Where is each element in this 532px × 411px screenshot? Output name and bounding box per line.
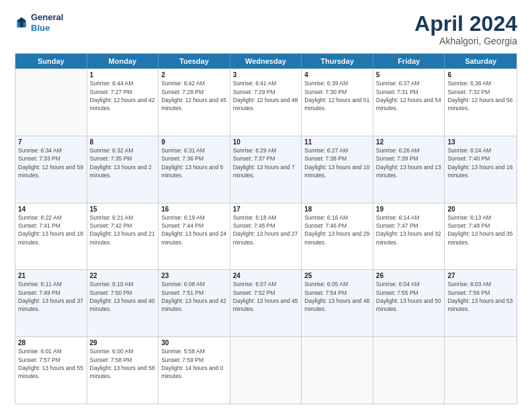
logo-text: General Blue [31, 12, 63, 33]
calendar-cell: 18Sunrise: 6:16 AMSunset: 7:46 PMDayligh… [302, 203, 373, 270]
day-number: 1 [90, 71, 156, 79]
calendar-cell: 10Sunrise: 6:29 AMSunset: 7:37 PMDayligh… [230, 136, 302, 203]
calendar-cell: 24Sunrise: 6:07 AMSunset: 7:52 PMDayligh… [230, 270, 302, 336]
calendar-cell: 16Sunrise: 6:19 AMSunset: 7:44 PMDayligh… [159, 203, 230, 270]
day-info: Sunrise: 6:10 AMSunset: 7:50 PMDaylight:… [90, 280, 156, 313]
day-info: Sunrise: 6:32 AMSunset: 7:35 PMDaylight:… [90, 146, 156, 179]
calendar-row: 21Sunrise: 6:11 AMSunset: 7:49 PMDayligh… [15, 269, 517, 336]
calendar-cell: 6Sunrise: 6:36 AMSunset: 7:32 PMDaylight… [445, 69, 517, 136]
weekday-header: Tuesday [159, 54, 230, 68]
day-info: Sunrise: 6:24 AMSunset: 7:40 PMDaylight:… [447, 146, 514, 179]
calendar-cell: 19Sunrise: 6:14 AMSunset: 7:47 PMDayligh… [373, 203, 445, 270]
calendar-body: 1Sunrise: 6:44 AMSunset: 7:27 PMDaylight… [15, 68, 517, 404]
day-info: Sunrise: 6:07 AMSunset: 7:52 PMDaylight:… [233, 280, 299, 313]
calendar-cell: 15Sunrise: 6:21 AMSunset: 7:42 PMDayligh… [87, 203, 159, 270]
calendar-cell: 25Sunrise: 6:05 AMSunset: 7:54 PMDayligh… [302, 270, 373, 336]
day-number: 12 [376, 138, 442, 146]
day-info: Sunrise: 6:04 AMSunset: 7:55 PMDaylight:… [376, 280, 442, 313]
day-number: 20 [447, 205, 514, 213]
day-info: Sunrise: 6:29 AMSunset: 7:37 PMDaylight:… [233, 146, 299, 179]
day-info: Sunrise: 6:19 AMSunset: 7:44 PMDaylight:… [161, 214, 227, 246]
day-number: 8 [90, 138, 156, 146]
day-number: 4 [304, 71, 370, 79]
calendar-row: 14Sunrise: 6:22 AMSunset: 7:41 PMDayligh… [15, 203, 517, 270]
weekday-header: Friday [373, 54, 445, 68]
day-number: 22 [90, 272, 156, 279]
day-info: Sunrise: 6:00 AMSunset: 7:58 PMDaylight:… [90, 347, 156, 380]
day-number: 15 [90, 205, 156, 213]
calendar-cell: 28Sunrise: 6:01 AMSunset: 7:57 PMDayligh… [15, 337, 87, 404]
day-number: 7 [18, 138, 84, 146]
day-number: 24 [233, 272, 299, 279]
calendar-header: SundayMondayTuesdayWednesdayThursdayFrid… [15, 54, 517, 68]
calendar-cell: 8Sunrise: 6:32 AMSunset: 7:35 PMDaylight… [87, 136, 159, 203]
day-number: 9 [161, 138, 227, 146]
calendar-cell: 13Sunrise: 6:24 AMSunset: 7:40 PMDayligh… [445, 136, 517, 203]
calendar: SundayMondayTuesdayWednesdayThursdayFrid… [15, 53, 517, 404]
day-info: Sunrise: 6:16 AMSunset: 7:46 PMDaylight:… [304, 214, 370, 246]
day-info: Sunrise: 6:31 AMSunset: 7:36 PMDaylight:… [161, 146, 227, 179]
logo-icon [15, 16, 28, 30]
day-number: 23 [161, 272, 227, 279]
day-number: 18 [304, 205, 370, 213]
calendar-cell [302, 337, 373, 404]
day-info: Sunrise: 6:03 AMSunset: 7:56 PMDaylight:… [447, 280, 514, 313]
logo-blue: Blue [31, 23, 63, 34]
weekday-header: Wednesday [230, 54, 302, 68]
day-number: 26 [376, 272, 442, 279]
day-number: 25 [304, 272, 370, 279]
calendar-cell: 30Sunrise: 5:58 AMSunset: 7:59 PMDayligh… [159, 337, 230, 404]
calendar-cell: 1Sunrise: 6:44 AMSunset: 7:27 PMDaylight… [87, 69, 159, 136]
day-info: Sunrise: 6:14 AMSunset: 7:47 PMDaylight:… [376, 214, 442, 246]
day-number: 3 [233, 71, 299, 79]
day-number: 16 [161, 205, 227, 213]
day-info: Sunrise: 6:36 AMSunset: 7:32 PMDaylight:… [447, 79, 514, 112]
day-number: 17 [233, 205, 299, 213]
calendar-cell [15, 69, 87, 136]
page: General Blue April 2024 Akhalgori, Georg… [0, 0, 532, 411]
day-info: Sunrise: 6:18 AMSunset: 7:45 PMDaylight:… [233, 214, 299, 246]
day-info: Sunrise: 6:27 AMSunset: 7:38 PMDaylight:… [304, 146, 370, 179]
weekday-header: Sunday [15, 54, 87, 68]
day-info: Sunrise: 6:08 AMSunset: 7:51 PMDaylight:… [161, 280, 227, 313]
calendar-cell [445, 337, 517, 404]
calendar-cell: 27Sunrise: 6:03 AMSunset: 7:56 PMDayligh… [445, 270, 517, 336]
weekday-header: Saturday [445, 54, 517, 68]
day-info: Sunrise: 6:05 AMSunset: 7:54 PMDaylight:… [304, 280, 370, 313]
calendar-title: April 2024 [414, 12, 517, 36]
weekday-header: Monday [87, 54, 159, 68]
day-info: Sunrise: 6:37 AMSunset: 7:31 PMDaylight:… [376, 79, 442, 112]
day-number: 6 [447, 71, 514, 79]
day-info: Sunrise: 6:42 AMSunset: 7:28 PMDaylight:… [161, 79, 227, 112]
day-info: Sunrise: 6:01 AMSunset: 7:57 PMDaylight:… [18, 347, 84, 380]
calendar-cell: 3Sunrise: 6:41 AMSunset: 7:29 PMDaylight… [230, 69, 302, 136]
day-info: Sunrise: 6:39 AMSunset: 7:30 PMDaylight:… [304, 79, 370, 112]
calendar-row: 28Sunrise: 6:01 AMSunset: 7:57 PMDayligh… [15, 336, 517, 404]
day-number: 14 [18, 205, 84, 213]
day-number: 11 [304, 138, 370, 146]
title-block: April 2024 Akhalgori, Georgia [414, 12, 517, 46]
calendar-cell: 26Sunrise: 6:04 AMSunset: 7:55 PMDayligh… [373, 270, 445, 336]
day-number: 28 [18, 339, 84, 347]
calendar-cell: 9Sunrise: 6:31 AMSunset: 7:36 PMDaylight… [159, 136, 230, 203]
day-number: 5 [376, 71, 442, 79]
calendar-subtitle: Akhalgori, Georgia [414, 36, 517, 46]
header: General Blue April 2024 Akhalgori, Georg… [15, 12, 517, 46]
calendar-cell: 14Sunrise: 6:22 AMSunset: 7:41 PMDayligh… [15, 203, 87, 270]
day-info: Sunrise: 6:41 AMSunset: 7:29 PMDaylight:… [233, 79, 299, 112]
day-number: 27 [447, 272, 514, 279]
calendar-cell: 4Sunrise: 6:39 AMSunset: 7:30 PMDaylight… [302, 69, 373, 136]
day-info: Sunrise: 6:34 AMSunset: 7:33 PMDaylight:… [18, 146, 84, 179]
calendar-cell: 17Sunrise: 6:18 AMSunset: 7:45 PMDayligh… [230, 203, 302, 270]
calendar-cell: 20Sunrise: 6:13 AMSunset: 7:48 PMDayligh… [445, 203, 517, 270]
calendar-cell: 5Sunrise: 6:37 AMSunset: 7:31 PMDaylight… [373, 69, 445, 136]
day-number: 30 [161, 339, 227, 347]
day-number: 29 [90, 339, 156, 347]
calendar-row: 1Sunrise: 6:44 AMSunset: 7:27 PMDaylight… [15, 68, 517, 136]
day-number: 10 [233, 138, 299, 146]
day-number: 21 [18, 272, 84, 279]
day-info: Sunrise: 6:22 AMSunset: 7:41 PMDaylight:… [18, 214, 84, 246]
calendar-cell [230, 337, 302, 404]
calendar-cell: 11Sunrise: 6:27 AMSunset: 7:38 PMDayligh… [302, 136, 373, 203]
day-info: Sunrise: 6:11 AMSunset: 7:49 PMDaylight:… [18, 280, 84, 313]
